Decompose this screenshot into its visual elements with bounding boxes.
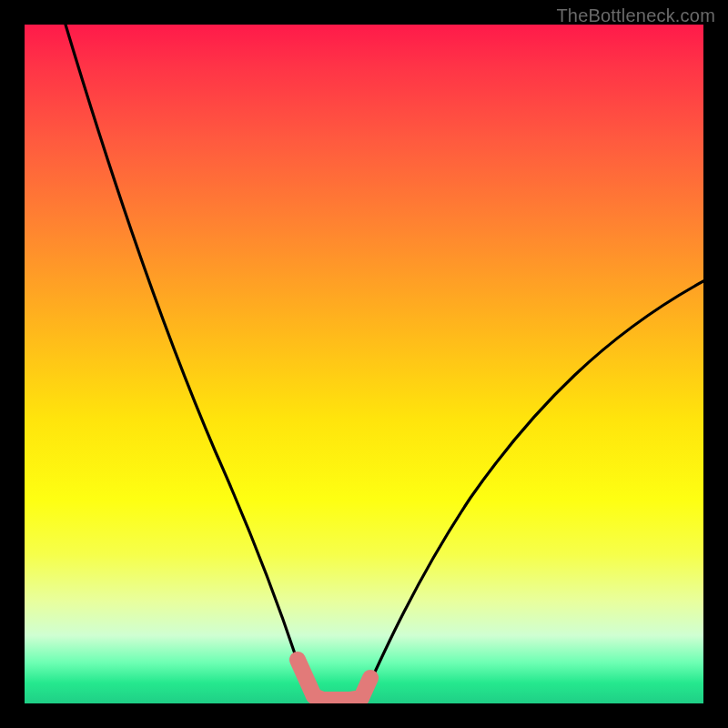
valley-highlight bbox=[298, 660, 370, 700]
curve-layer bbox=[25, 25, 703, 703]
left-curve bbox=[66, 25, 314, 700]
plot-area bbox=[25, 25, 703, 703]
watermark-text: TheBottleneck.com bbox=[556, 5, 715, 26]
chart-frame: TheBottleneck.com bbox=[0, 0, 728, 728]
right-curve bbox=[363, 281, 703, 698]
